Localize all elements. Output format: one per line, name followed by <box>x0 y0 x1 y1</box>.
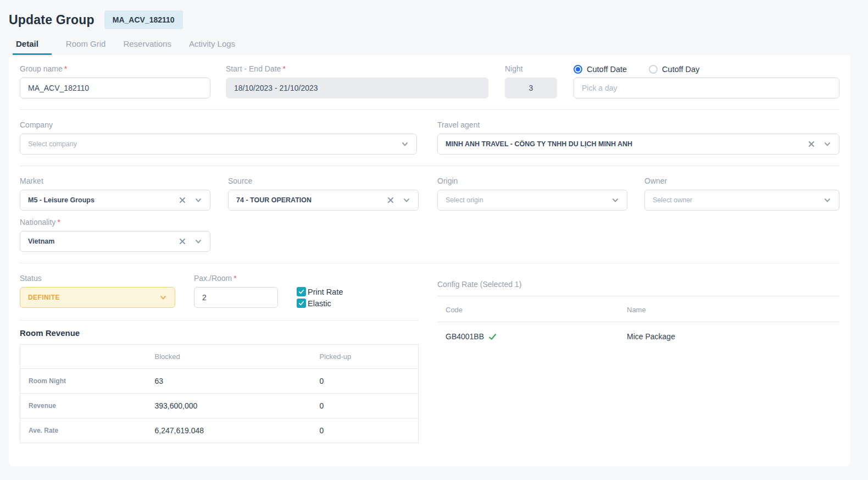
market-value: M5 - Leisure Groups <box>28 196 94 204</box>
detail-panel: Group name* Start - End Date* Night Cuto… <box>9 55 850 466</box>
clear-icon[interactable] <box>387 196 394 204</box>
bottom-section: Status DEFINITE Pax./Room* <box>20 274 839 443</box>
source-value: 74 - TOUR OPERATION <box>236 196 311 204</box>
chevron-down-icon <box>611 196 619 204</box>
check-icon <box>297 299 306 308</box>
origin-label: Origin <box>437 177 627 185</box>
pax-room-label: Pax./Room* <box>194 274 278 282</box>
row-basic-info: Group name* Start - End Date* Night Cuto… <box>20 65 839 98</box>
ave-rate-picked-up-value: 0 <box>311 418 419 443</box>
chevron-down-icon <box>824 140 831 148</box>
rate-name-value: Mice Package <box>627 332 675 341</box>
chevron-down-icon <box>403 196 410 204</box>
config-rate-section: Config Rate (Selected 1) Code Name GB400… <box>437 274 839 443</box>
radio-selected-icon <box>574 65 582 74</box>
owner-select[interactable]: Select owner <box>644 190 839 211</box>
required-marker: * <box>233 274 236 283</box>
ave-rate-row-label: Ave. Rate <box>20 418 147 443</box>
clear-icon[interactable] <box>179 196 186 204</box>
name-column-header: Name <box>627 306 646 314</box>
divider <box>20 263 839 263</box>
required-marker: * <box>64 64 67 73</box>
tab-room-grid[interactable]: Room Grid <box>63 39 109 55</box>
status-select[interactable]: DEFINITE <box>20 287 175 308</box>
blocked-column-header: Blocked <box>147 345 311 369</box>
empty-header-cell <box>20 345 147 369</box>
code-column-header: Code <box>446 306 627 314</box>
cutoff-radio-group: Cutoff Date Cutoff Day <box>574 65 839 74</box>
cutoff-date-radio[interactable]: Cutoff Date <box>574 65 627 74</box>
picked-up-column-header: Picked-up <box>311 345 419 369</box>
table-row: Room Night 63 0 <box>20 369 419 394</box>
tab-activity-logs[interactable]: Activity Logs <box>186 39 238 55</box>
tab-detail[interactable]: Detail <box>13 39 52 55</box>
owner-placeholder: Select owner <box>653 196 692 204</box>
clear-icon[interactable] <box>808 140 815 148</box>
chevron-down-icon <box>824 196 831 204</box>
left-column: Status DEFINITE Pax./Room* <box>20 274 419 443</box>
table-row: Revenue 393,600,000 0 <box>20 394 419 418</box>
room-revenue-header-row: Blocked Picked-up <box>20 345 419 369</box>
room-night-row-label: Room Night <box>20 369 147 394</box>
source-select[interactable]: 74 - TOUR OPERATION <box>228 190 419 211</box>
night-label: Night <box>505 65 557 73</box>
market-select[interactable]: M5 - Leisure Groups <box>20 190 210 211</box>
cutoff-day-picker-input[interactable] <box>574 78 839 98</box>
cutoff-day-radio-label: Cutoff Day <box>662 65 699 74</box>
pax-room-input[interactable] <box>194 287 278 308</box>
config-rate-title: Config Rate (Selected 1) <box>437 274 839 296</box>
status-value: DEFINITE <box>28 294 60 301</box>
travel-agent-value: MINH ANH TRAVEL - CÔNG TY TNHH DU LỊCH M… <box>446 140 632 148</box>
travel-agent-select[interactable]: MINH ANH TRAVEL - CÔNG TY TNHH DU LỊCH M… <box>437 134 839 155</box>
group-name-label: Group name* <box>20 65 210 73</box>
status-label: Status <box>20 274 175 282</box>
source-label: Source <box>228 177 419 185</box>
selected-check-icon <box>488 333 497 341</box>
check-icon <box>297 287 306 296</box>
cutoff-date-radio-label: Cutoff Date <box>587 65 627 74</box>
date-range-label: Start - End Date* <box>226 65 488 73</box>
required-marker: * <box>282 64 285 73</box>
revenue-picked-up-value: 0 <box>311 394 419 418</box>
page-title: Update Group <box>9 13 94 27</box>
elastic-label: Elastic <box>308 299 331 308</box>
divider <box>20 320 419 321</box>
date-range-input <box>226 78 488 98</box>
chevron-down-icon <box>159 294 167 301</box>
group-code-badge: MA_ACV_182110 <box>104 10 183 29</box>
row-market-source-origin-owner: Market M5 - Leisure Groups Source 74 - T… <box>20 177 839 211</box>
cutoff-day-radio[interactable]: Cutoff Day <box>649 65 699 74</box>
origin-select[interactable]: Select origin <box>437 190 627 211</box>
table-row: Ave. Rate 6,247,619.048 0 <box>20 418 419 443</box>
row-company-agent: Company Select company Travel agent MINH… <box>20 121 839 155</box>
revenue-blocked-value: 393,600,000 <box>147 394 311 418</box>
rate-option-checkboxes: Print Rate Elastic <box>297 287 343 308</box>
row-status-pax: Status DEFINITE Pax./Room* <box>20 274 419 308</box>
nationality-label: Nationality* <box>20 218 210 226</box>
revenue-row-label: Revenue <box>20 394 147 418</box>
config-rate-row[interactable]: GB4001BB Mice Package <box>437 322 839 341</box>
room-night-blocked-value: 63 <box>147 369 311 394</box>
travel-agent-label: Travel agent <box>437 121 839 129</box>
owner-label: Owner <box>644 177 839 185</box>
room-revenue-table: Blocked Picked-up Room Night 63 0 Revenu… <box>20 344 419 443</box>
night-input <box>505 78 557 98</box>
company-select[interactable]: Select company <box>20 134 417 155</box>
radio-unselected-icon <box>649 65 658 74</box>
print-rate-label: Print Rate <box>308 288 343 296</box>
chevron-down-icon <box>194 238 202 245</box>
rate-code-value: GB4001BB <box>446 332 484 341</box>
config-rate-header-row: Code Name <box>437 296 839 322</box>
page-header: Update Group MA_ACV_182110 Detail Room G… <box>0 0 868 55</box>
clear-icon[interactable] <box>179 238 186 245</box>
elastic-checkbox[interactable]: Elastic <box>297 299 343 308</box>
nationality-select[interactable]: Vietnam <box>20 231 210 252</box>
row-nationality: Nationality* Vietnam <box>20 218 839 252</box>
print-rate-checkbox[interactable]: Print Rate <box>297 287 343 296</box>
company-label: Company <box>20 121 417 129</box>
group-name-input[interactable] <box>20 78 210 98</box>
tab-reservations[interactable]: Reservations <box>120 39 175 55</box>
divider <box>20 109 839 110</box>
room-revenue-title: Room Revenue <box>20 328 419 338</box>
ave-rate-blocked-value: 6,247,619.048 <box>147 418 311 443</box>
